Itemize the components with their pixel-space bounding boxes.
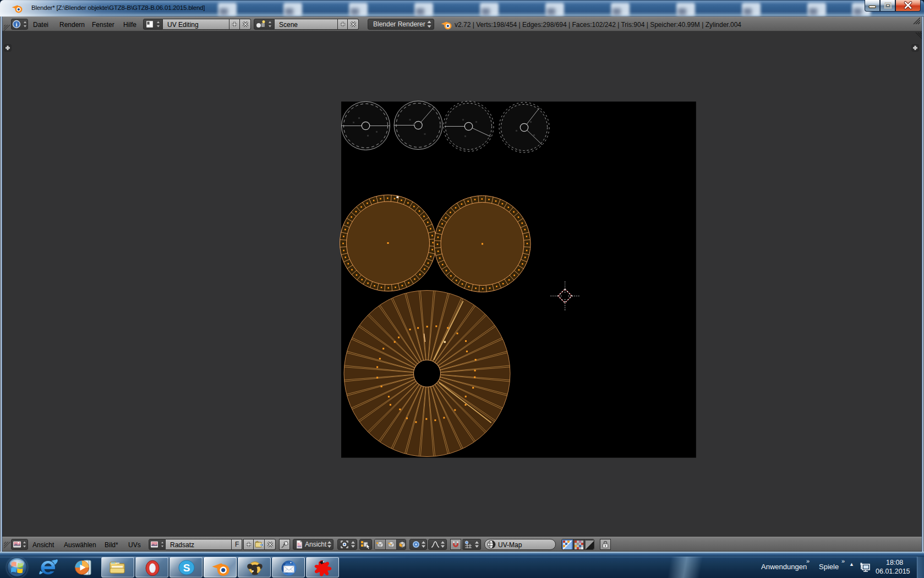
svg-text:S: S <box>183 562 190 574</box>
svg-text:i: i <box>16 21 18 28</box>
